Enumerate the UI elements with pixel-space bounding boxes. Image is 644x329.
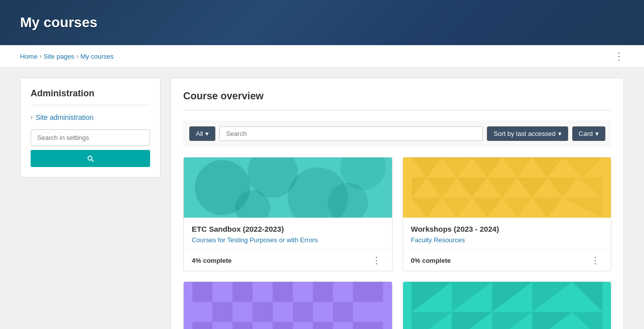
courses-grid: ETC Sandbox (2022-2023) Courses for Test… [183, 157, 611, 329]
course-card-body: ETC Sandbox (2022-2023) Courses for Test… [184, 218, 392, 249]
breadcrumb: Home › Site pages › My courses [20, 53, 114, 60]
search-settings-input[interactable] [31, 129, 150, 146]
chevron-right-icon: › [31, 114, 33, 121]
course-card-image-yellow [403, 157, 611, 218]
sort-label: Sort by last accessed [493, 130, 556, 137]
sort-arrow-icon: ▾ [558, 130, 562, 137]
course-card-body-workshops: Workshops (2023 - 2024) Faculty Resource… [403, 218, 611, 249]
all-filter-arrow-icon: ▾ [205, 130, 209, 137]
page-header: My courses [0, 0, 644, 45]
course-card-image-teal [184, 157, 392, 218]
view-arrow-icon: ▾ [595, 130, 599, 137]
svg-rect-36 [333, 302, 353, 322]
course-card-footer: 4% complete ⋮ [184, 249, 392, 271]
teal-pattern [184, 157, 392, 218]
search-icon [86, 154, 94, 162]
course-card-footer-workshops: 0% complete ⋮ [403, 249, 611, 271]
course-card-image-green [403, 282, 611, 329]
svg-rect-34 [252, 302, 273, 322]
breadcrumb-current: My courses [80, 53, 113, 60]
svg-rect-39 [273, 322, 293, 329]
svg-rect-29 [232, 282, 252, 302]
filter-bar: All ▾ Sort by last accessed ▾ Card ▾ [183, 120, 611, 147]
course-card-image-purple [184, 282, 392, 329]
course-subtitle-workshops[interactable]: Faculty Resources [411, 236, 465, 244]
svg-rect-28 [192, 282, 212, 302]
sort-button[interactable]: Sort by last accessed ▾ [487, 126, 568, 141]
green-pattern [403, 282, 611, 329]
sidebar-title: Administration [31, 88, 150, 105]
section-title: Course overview [183, 90, 611, 110]
svg-rect-31 [313, 282, 333, 302]
yellow-pattern [403, 157, 611, 218]
purple-pattern [184, 282, 392, 329]
svg-rect-33 [212, 302, 232, 322]
course-progress-etc: 4% complete [192, 257, 231, 264]
breadcrumb-sep-2: › [76, 53, 78, 60]
svg-rect-37 [192, 322, 212, 329]
svg-rect-41 [353, 322, 383, 329]
course-card-workshops: Workshops (2023 - 2024) Faculty Resource… [403, 157, 612, 271]
course-card-4 [403, 281, 612, 329]
course-subtitle-etc[interactable]: Courses for Testing Purposes or with Err… [192, 236, 318, 244]
course-card-3 [183, 281, 393, 329]
course-menu-workshops[interactable]: ⋮ [588, 254, 603, 267]
site-administration-link[interactable]: › Site administration [31, 113, 150, 121]
page-more-options-button[interactable]: ⋮ [614, 50, 624, 62]
svg-rect-40 [313, 322, 333, 329]
svg-rect-35 [293, 302, 313, 322]
course-title-workshops: Workshops (2023 - 2024) [411, 225, 603, 233]
svg-rect-38 [232, 322, 252, 329]
breadcrumb-bar: Home › Site pages › My courses ⋮ [0, 45, 644, 68]
course-progress-workshops: 0% complete [411, 257, 451, 264]
view-button[interactable]: Card ▾ [572, 126, 605, 141]
course-menu-etc[interactable]: ⋮ [369, 254, 384, 267]
svg-rect-30 [273, 282, 293, 302]
main-content: Administration › Site administration Cou… [0, 68, 644, 329]
course-title-etc: ETC Sandbox (2022-2023) [192, 225, 384, 233]
sidebar: Administration › Site administration [20, 78, 161, 329]
page-title: My courses [20, 15, 97, 31]
course-card-etc-sandbox: ETC Sandbox (2022-2023) Courses for Test… [183, 157, 393, 271]
svg-rect-32 [353, 282, 383, 302]
administration-panel: Administration › Site administration [20, 78, 161, 178]
breadcrumb-home[interactable]: Home [20, 53, 38, 60]
site-administration-label: Site administration [36, 113, 93, 121]
breadcrumb-sep-1: › [40, 53, 42, 60]
all-filter-button[interactable]: All ▾ [189, 126, 215, 141]
search-settings-button[interactable] [31, 150, 150, 167]
breadcrumb-site-pages[interactable]: Site pages [44, 53, 74, 60]
course-search-input[interactable] [219, 126, 483, 141]
all-filter-label: All [196, 130, 203, 137]
course-overview-section: Course overview All ▾ Sort by last acces… [171, 78, 624, 329]
view-label: Card [579, 130, 593, 137]
